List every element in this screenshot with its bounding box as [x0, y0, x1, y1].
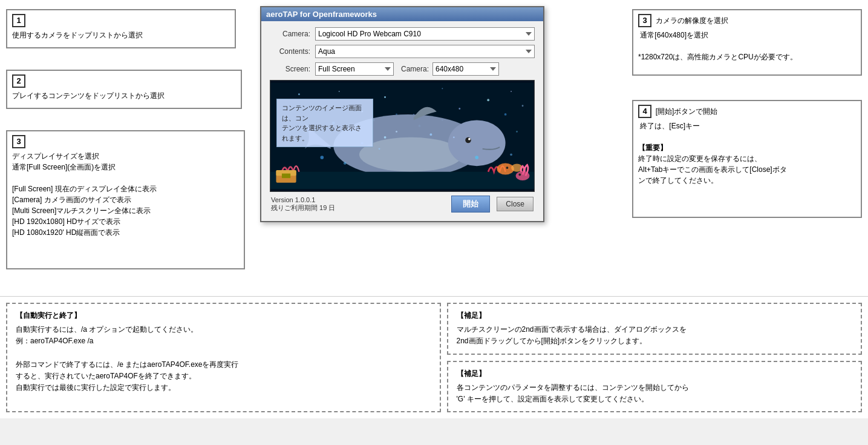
- bottom-right-bottom-box: 【補足】 各コンテンツのパラメータを調整するには、コンテンツを開始してから 'G…: [447, 361, 863, 413]
- close-button[interactable]: Close: [497, 197, 534, 211]
- camera-resolution-select[interactable]: 640x480: [432, 62, 499, 76]
- ann4-text: [開始]ボタンで開始 終了は、[Esc]キー 【重要】 終了時に設定の変更を保存…: [638, 107, 787, 185]
- annotation-2: 2 プレイするコンテンツをドップリストから選択: [6, 70, 242, 109]
- screen-row: Screen: Full Screen Camera: 640x480: [270, 62, 535, 76]
- svg-point-23: [516, 131, 518, 133]
- svg-point-7: [522, 105, 524, 107]
- svg-point-27: [465, 137, 471, 143]
- svg-point-5: [487, 99, 489, 101]
- preview-tooltip: コンテンツのイメージ画面は、コン テンツを選択すると表示されます。: [276, 99, 373, 147]
- bottom-right-top-box: 【補足】 マルチスクリーンの2nd画面で表示する場合は、ダイアログボックスを 2…: [447, 303, 863, 355]
- svg-point-39: [516, 171, 530, 180]
- camera-select[interactable]: Logicool HD Pro Webcam C910: [315, 27, 535, 41]
- bottom-right-top-title: 【補足】: [457, 310, 853, 321]
- svg-point-6: [511, 91, 512, 92]
- preview-area: コンテンツのイメージ画面は、コン テンツを選択すると表示されます。: [270, 80, 535, 192]
- dialog-info: Version 1.0.0.1 残りご利用期間 19 日: [271, 196, 335, 213]
- ann1-number: 1: [12, 14, 25, 27]
- dialog-content: Camera: Logicool HD Pro Webcam C910 Cont…: [261, 21, 543, 221]
- contents-select[interactable]: Aqua: [315, 45, 535, 58]
- svg-point-28: [468, 138, 471, 140]
- screen-label: Screen:: [270, 65, 315, 73]
- trial-text: 残りご利用期間 19 日: [271, 203, 335, 213]
- svg-rect-43: [282, 174, 290, 179]
- ann3-right-number: 3: [638, 14, 651, 27]
- svg-point-47: [510, 153, 512, 156]
- dialog-title: aeroTAP for Openframeworks: [266, 10, 377, 19]
- annotation-1: 1 使用するカメラをドップリストから選択: [6, 9, 236, 48]
- tooltip-line1: コンテンツのイメージ画面は、コン: [282, 104, 362, 122]
- svg-point-31: [429, 133, 432, 136]
- bottom-right-bottom-title: 【補足】: [457, 368, 853, 380]
- svg-point-3: [384, 96, 386, 98]
- screen-select[interactable]: Full Screen: [315, 62, 394, 76]
- ann2-text: プレイするコンテンツをドップリストから選択: [12, 91, 165, 100]
- svg-point-46: [475, 156, 478, 159]
- svg-point-44: [320, 156, 324, 159]
- svg-point-34: [379, 148, 380, 150]
- dialog-footer: Version 1.0.0.1 残りご利用期間 19 日 開始 Close: [270, 196, 535, 215]
- start-button[interactable]: 開始: [451, 196, 490, 213]
- dialog-titlebar: aeroTAP for Openframeworks: [261, 7, 543, 21]
- ann3-right-text: カメラの解像度を選択 通常[640x480]を選択 *1280x720は、高性能…: [638, 16, 797, 61]
- svg-point-45: [344, 162, 347, 165]
- dialog-window: aeroTAP for Openframeworks Camera: Logic…: [260, 6, 544, 222]
- bottom-right-area: 【補足】 マルチスクリーンの2nd画面で表示する場合は、ダイアログボックスを 2…: [447, 303, 863, 412]
- svg-point-4: [442, 88, 443, 89]
- bottom-right-bottom-text: 各コンテンツのパラメータを調整するには、コンテンツを開始してから 'G' キーを…: [457, 382, 853, 405]
- dialog-buttons: 開始 Close: [451, 196, 534, 213]
- bottom-right-top-text: マルチスクリーンの2nd画面で表示する場合は、ダイアログボックスを 2nd画面ド…: [457, 324, 853, 347]
- bottom-left-para1: 自動実行するには、/a オプションで起動してください。 例：aeroTAP4OF…: [16, 324, 431, 347]
- version-text: Version 1.0.0.1: [271, 196, 335, 203]
- svg-point-30: [396, 131, 397, 133]
- camera-label: Camera:: [270, 30, 315, 38]
- ann3-left-text: ディスプレイサイズを選択 通常[Full Screen](全画面)を選択 [Fu…: [12, 152, 157, 237]
- annotation-4: 4 [開始]ボタンで開始 終了は、[Esc]キー 【重要】 終了時に設定の変更を…: [632, 100, 862, 218]
- svg-point-11: [458, 108, 460, 110]
- camera-row: Camera: Logicool HD Pro Webcam C910: [270, 27, 535, 41]
- bottom-left-title: 【自動実行と終了】: [16, 310, 431, 321]
- bottom-area: 【自動実行と終了】 自動実行するには、/a オプションで起動してください。 例：…: [0, 297, 868, 418]
- svg-point-22: [504, 113, 507, 116]
- bottom-left-para2: 外部コマンドで終了するには、/e またはaeroTAP4OF.exeを再度実行 …: [16, 359, 431, 394]
- svg-point-2: [339, 91, 340, 92]
- svg-point-25: [359, 137, 463, 172]
- ann1-text: 使用するカメラをドップリストから選択: [12, 31, 143, 39]
- camera-inline-label: Camera:: [401, 65, 429, 73]
- ann4-number: 4: [638, 105, 651, 118]
- svg-point-38: [506, 166, 509, 169]
- svg-rect-35: [270, 172, 534, 189]
- ann2-number: 2: [12, 74, 25, 88]
- svg-point-1: [298, 93, 300, 95]
- svg-point-40: [518, 174, 521, 176]
- ann3-left-number: 3: [12, 135, 25, 148]
- contents-row: Contents: Aqua: [270, 45, 535, 58]
- main-area: 1 使用するカメラをドップリストから選択 2 プレイするコンテンツをドップリスト…: [0, 0, 868, 297]
- tooltip-line2: テンツを選択すると表示されます。: [282, 124, 362, 142]
- svg-point-29: [384, 136, 387, 139]
- annotation-3-left: 3 ディスプレイサイズを選択 通常[Full Screen](全画面)を選択 […: [6, 130, 245, 269]
- bottom-left-box: 【自動実行と終了】 自動実行するには、/a オプションで起動してください。 例：…: [6, 303, 441, 412]
- contents-label: Contents:: [270, 47, 315, 56]
- svg-point-32: [453, 136, 455, 138]
- annotation-3-right: 3 カメラの解像度を選択 通常[640x480]を選択 *1280x720は、高…: [632, 9, 862, 76]
